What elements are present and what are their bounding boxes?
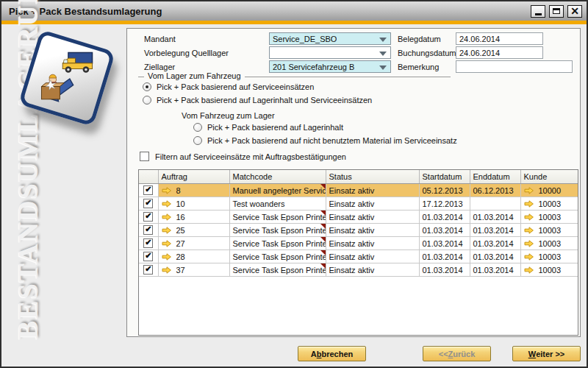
startdatum-cell: 05.12.2013 (419, 184, 470, 197)
auftrag-value: 37 (176, 266, 185, 275)
auftrag-cell: 10 (158, 197, 229, 210)
table-row[interactable]: 16Service Task Epson PrinterEinsatz akti… (139, 210, 578, 224)
button-text: << (439, 350, 448, 358)
mandant-dropdown[interactable]: Service_DE_SBO (269, 32, 391, 45)
link-arrow-icon[interactable] (162, 240, 171, 247)
close-icon: ✕ (570, 6, 579, 16)
window-titlebar[interactable]: Pick + Pack Bestandsumlagerung ✕ (1, 1, 587, 21)
startdatum-cell: 01.03.2014 (419, 263, 470, 277)
matchcode-value: Service Task Epson Printer (233, 252, 326, 261)
window-controls: ✕ (527, 5, 582, 18)
button-text: Z (448, 350, 453, 358)
radio-icon[interactable] (193, 123, 202, 132)
matchcode-cell: Service Task Epson Printer (229, 250, 326, 263)
enddatum-cell: 06.12.2013 (470, 184, 520, 197)
kunde-cell: 10003 (520, 263, 578, 277)
ziellager-dropdown[interactable]: 201 Servicefahrzeug B (269, 60, 391, 73)
column-header-kunde: Kunde (520, 170, 578, 184)
auftrag-cell: 27 (158, 237, 229, 250)
kunde-value: 10003 (539, 199, 562, 208)
row-select-checkbox[interactable] (143, 199, 153, 208)
radio-icon[interactable] (143, 96, 151, 105)
link-arrow-icon[interactable] (524, 200, 534, 208)
kunde-value: 10000 (539, 186, 562, 195)
bemerkung-input[interactable] (456, 60, 573, 73)
cancel-button[interactable]: Abbrechen (298, 346, 366, 361)
row-select-checkbox[interactable] (143, 225, 153, 235)
column-header-select (139, 170, 158, 184)
row-select-checkbox[interactable] (143, 212, 153, 222)
buchungsdatum-label: Buchungsdatum (398, 48, 456, 58)
table-row[interactable]: 28Service Task Epson PrinterEinsatz akti… (139, 250, 578, 263)
link-arrow-icon[interactable] (524, 240, 534, 247)
belegdatum-label: Belegdatum (398, 34, 441, 44)
radio-option-nicht-benutztes-material[interactable]: Pick + Pack basierend auf nicht benutzte… (193, 136, 457, 145)
link-arrow-icon[interactable] (524, 187, 534, 194)
sub-group-title: Vom Fahrzeug zum Lager (182, 110, 275, 121)
table-row[interactable]: 8Manuell angelegter ServiceeEinsatz akti… (139, 184, 578, 197)
maximize-icon (553, 8, 560, 14)
matchcode-value: Service Task Epson Printer (233, 226, 326, 235)
quelllager-dropdown[interactable] (269, 46, 391, 59)
status-cell: Einsatz aktiv (326, 197, 419, 210)
row-select-checkbox[interactable] (143, 252, 153, 261)
buchungsdatum-input[interactable] (456, 46, 543, 59)
startdatum-cell: 01.03.2014 (419, 250, 470, 263)
truncation-indicator-icon (320, 237, 326, 242)
link-arrow-icon[interactable] (162, 266, 171, 274)
radio-label: Pick + Pack basierend auf Lagerinhalt un… (157, 96, 372, 105)
kunde-value: 10003 (539, 239, 562, 248)
auftrag-cell: 37 (158, 263, 229, 277)
minimize-icon (535, 13, 542, 15)
filter-checkbox[interactable] (140, 152, 149, 161)
radio-icon[interactable] (143, 82, 151, 91)
mandant-label: Mandant (144, 34, 176, 44)
table-row[interactable]: 10Test woandersEinsatz aktiv17.12.201310… (139, 197, 578, 210)
radio-option-lagerinhalt[interactable]: Pick + Pack basierend auf Lagerinhalt (193, 123, 343, 132)
link-arrow-icon[interactable] (524, 253, 534, 261)
belegdatum-input[interactable] (456, 32, 543, 45)
link-arrow-icon[interactable] (162, 253, 171, 261)
dropdown-arrow-icon[interactable] (379, 66, 387, 70)
button-text: brechen (321, 350, 353, 358)
row-select-checkbox[interactable] (143, 185, 153, 195)
kunde-cell: 10003 (520, 237, 578, 250)
radio-icon[interactable] (193, 136, 202, 145)
dropdown-arrow-icon[interactable] (379, 52, 387, 56)
next-button[interactable]: Weiter >> (512, 346, 581, 361)
radio-label: Pick + Pack basierend auf nicht benutzte… (207, 136, 457, 145)
row-select-checkbox[interactable] (143, 265, 153, 275)
filter-checkbox-row[interactable]: Filtern auf Serviceeinsätze mit Auftrags… (140, 152, 346, 161)
ziellager-label: Ziellager (144, 62, 175, 72)
startdatum-cell: 01.03.2014 (419, 224, 470, 237)
link-arrow-icon[interactable] (524, 266, 534, 274)
auftrag-value: 28 (176, 252, 185, 261)
minimize-button[interactable] (531, 5, 545, 18)
auftrag-value: 27 (176, 239, 185, 248)
back-button[interactable]: << Zurück (423, 346, 491, 361)
status-cell: Einsatz aktiv (326, 210, 419, 224)
row-select-checkbox[interactable] (143, 238, 153, 248)
radio-label: Pick + Pack basierend auf Serviceeinsätz… (157, 82, 314, 91)
maximize-button[interactable] (549, 5, 564, 18)
kunde-cell: 10003 (520, 197, 578, 210)
link-arrow-icon[interactable] (162, 187, 171, 194)
link-arrow-icon[interactable] (162, 200, 171, 208)
link-arrow-icon[interactable] (162, 227, 171, 234)
table-row[interactable]: 25Service Task Epson PrinterEinsatz akti… (139, 224, 578, 237)
auftrag-cell: 28 (158, 250, 229, 263)
radio-option-serviceeinsaetze[interactable]: Pick + Pack basierend auf Serviceeinsätz… (143, 82, 314, 91)
enddatum-cell: 01.03.2014 (470, 224, 520, 237)
table-row[interactable]: 37Service Task Epson PrinterEinsatz akti… (139, 263, 578, 277)
link-arrow-icon[interactable] (524, 213, 534, 221)
matchcode-value: Test woanders (233, 199, 285, 208)
link-arrow-icon[interactable] (524, 227, 534, 234)
column-header-startdatum: Startdatum (419, 170, 470, 184)
close-button[interactable]: ✕ (567, 5, 582, 18)
button-text: b (317, 350, 322, 358)
matchcode-value: Service Task Epson Printer (233, 239, 326, 248)
link-arrow-icon[interactable] (162, 213, 171, 221)
radio-option-lagerinhalt-und-serviceeinsaetze[interactable]: Pick + Pack basierend auf Lagerinhalt un… (143, 96, 372, 105)
table-row[interactable]: 27Service Task Epson PrinterEinsatz akti… (139, 237, 578, 250)
dropdown-arrow-icon[interactable] (379, 38, 387, 42)
